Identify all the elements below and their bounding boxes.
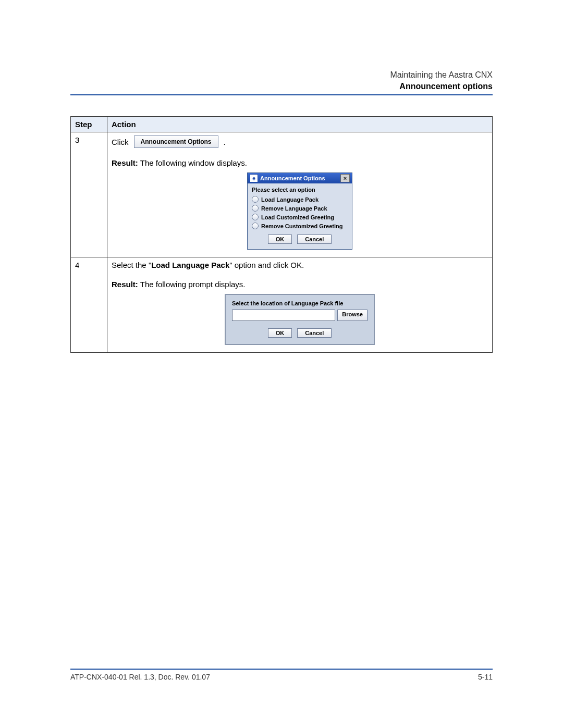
instruction-line: Select the "Load Language Pack" option a…: [112, 261, 488, 269]
language-pack-file-dialog: Select the location of Language Pack fil…: [225, 294, 375, 345]
dialog-prompt: Please select an option: [252, 187, 348, 193]
table-row: 4 Select the "Load Language Pack" option…: [71, 257, 493, 353]
cancel-button[interactable]: Cancel: [297, 328, 332, 338]
header-rule: [70, 94, 493, 95]
col-header-step: Step: [71, 117, 107, 132]
browse-button[interactable]: Browse: [337, 310, 368, 321]
result-text: The following window displays.: [138, 158, 247, 167]
step-number: 4: [71, 257, 107, 353]
radio-label: Load Customized Greeting: [261, 214, 334, 220]
click-instruction: Click Announcement Options .: [112, 135, 488, 148]
dialog-titlebar: e Announcement Options ×: [248, 173, 352, 183]
announcement-options-dialog: e Announcement Options × Please select a…: [247, 172, 352, 250]
ok-button[interactable]: OK: [268, 328, 292, 338]
app-icon: e: [250, 174, 258, 182]
dialog-prompt: Select the location of Language Pack fil…: [232, 300, 368, 306]
steps-table: Step Action 3 Click Announcement Options…: [70, 116, 493, 353]
announcement-options-button[interactable]: Announcement Options: [134, 135, 218, 148]
radio-label: Remove Customized Greeting: [261, 223, 342, 229]
radio-label: Remove Language Pack: [261, 205, 327, 212]
result-label: Result:: [112, 158, 138, 167]
radio-icon: [252, 196, 259, 203]
result-line: Result: The following window displays.: [112, 158, 488, 167]
radio-option[interactable]: Remove Customized Greeting: [252, 223, 348, 229]
footer-page-number: 5-11: [478, 673, 493, 681]
radio-icon: [252, 223, 259, 229]
step-number: 3: [71, 132, 107, 257]
result-text: The following prompt displays.: [138, 280, 246, 289]
ok-button[interactable]: OK: [268, 235, 292, 244]
radio-icon: [252, 214, 259, 220]
footer-doc-id: ATP-CNX-040-01 Rel. 1.3, Doc. Rev. 01.07: [70, 673, 210, 681]
table-row: 3 Click Announcement Options . Result: T…: [71, 132, 493, 257]
page-footer: ATP-CNX-040-01 Rel. 1.3, Doc. Rev. 01.07…: [70, 669, 493, 681]
radio-icon: [252, 205, 259, 212]
action-cell: Select the "Load Language Pack" option a…: [107, 257, 493, 353]
radio-option[interactable]: Load Customized Greeting: [252, 214, 348, 220]
close-icon[interactable]: ×: [340, 174, 350, 182]
instruction-bold: Load Language Pack: [151, 261, 229, 269]
radio-label: Load Language Pack: [261, 196, 319, 203]
click-word: Click: [112, 138, 129, 146]
footer-rule: [70, 669, 493, 670]
document-page: Maintaining the Aastra CNX Announcement …: [0, 0, 563, 728]
radio-option[interactable]: Load Language Pack: [252, 196, 348, 203]
radio-option[interactable]: Remove Language Pack: [252, 205, 348, 212]
result-label: Result:: [112, 280, 138, 289]
header-breadcrumb: Maintaining the Aastra CNX: [70, 70, 493, 80]
col-header-action: Action: [107, 117, 493, 132]
dialog-title: Announcement Options: [260, 175, 325, 181]
instruction-pre: Select the ": [112, 261, 151, 269]
file-path-input[interactable]: [232, 310, 335, 321]
instruction-post: " option and click OK.: [229, 261, 304, 269]
action-cell: Click Announcement Options . Result: The…: [107, 132, 493, 257]
cancel-button[interactable]: Cancel: [297, 235, 332, 244]
period: .: [224, 138, 226, 146]
header-section-title: Announcement options: [70, 82, 493, 91]
result-line: Result: The following prompt displays.: [112, 280, 488, 289]
